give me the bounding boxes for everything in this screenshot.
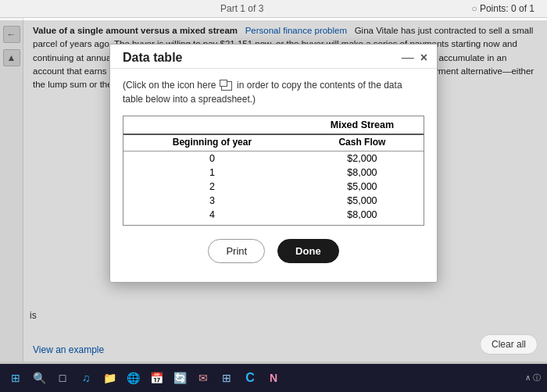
modal-title: Data table bbox=[123, 51, 182, 65]
data-table: Mixed Stream Beginning of year Cash Flow… bbox=[123, 116, 424, 225]
top-bar: Part 1 of 3 ○ Points: 0 of 1 bbox=[0, 0, 547, 18]
column-header-row: Beginning of year Cash Flow bbox=[123, 134, 424, 151]
year-cell: 1 bbox=[123, 166, 301, 180]
taskbar-notion-icon[interactable]: N bbox=[264, 369, 283, 387]
taskbar-files-icon[interactable]: 📁 bbox=[100, 369, 119, 387]
taskbar-taskview-icon[interactable]: □ bbox=[53, 369, 72, 387]
table-row: 0$2,000 bbox=[123, 151, 424, 166]
beginning-of-year-header: Beginning of year bbox=[123, 134, 301, 151]
year-cell: 2 bbox=[123, 180, 301, 194]
part-label: Part 1 of 3 bbox=[220, 3, 263, 14]
clear-all-button[interactable]: Clear all bbox=[480, 334, 538, 355]
table-row: 1$8,000 bbox=[123, 166, 424, 180]
cash-flow-cell: $8,000 bbox=[301, 166, 424, 180]
table-row: 3$5,000 bbox=[123, 194, 424, 208]
close-button[interactable]: × bbox=[420, 52, 427, 64]
modal-footer: Print Done bbox=[123, 228, 424, 269]
cash-flow-cell: $2,000 bbox=[301, 151, 424, 166]
mixed-stream-header: Mixed Stream bbox=[301, 116, 424, 134]
mixed-stream-header-row: Mixed Stream bbox=[123, 116, 424, 134]
modal-controls: — × bbox=[402, 52, 427, 64]
taskbar-refresh-icon[interactable]: 🔄 bbox=[170, 369, 189, 387]
modal-titlebar: Data table — × bbox=[110, 45, 437, 69]
empty-header bbox=[123, 116, 301, 134]
cash-flow-cell: $5,000 bbox=[301, 194, 424, 208]
data-table-modal: Data table — × (Click on the icon here i… bbox=[109, 44, 438, 283]
done-button[interactable]: Done bbox=[277, 239, 339, 263]
year-cell: 3 bbox=[123, 194, 301, 208]
cash-flow-cell: $5,000 bbox=[301, 180, 424, 194]
table-row: 4$8,000 bbox=[123, 208, 424, 225]
taskbar-calendar-icon[interactable]: 📅 bbox=[147, 369, 166, 387]
taskbar-edge-icon[interactable]: C bbox=[241, 369, 259, 387]
table-row: 2$5,000 bbox=[123, 180, 424, 194]
taskbar-music-icon[interactable]: ♫ bbox=[77, 369, 95, 387]
taskbar-windows-icon[interactable]: ⊞ bbox=[6, 369, 25, 387]
modal-overlay: Data table — × (Click on the icon here i… bbox=[0, 20, 547, 364]
print-button[interactable]: Print bbox=[208, 239, 265, 263]
modal-instruction: (Click on the icon here in order to copy… bbox=[123, 78, 424, 106]
data-table-wrapper: Mixed Stream Beginning of year Cash Flow… bbox=[123, 116, 424, 226]
taskbar-grid-icon[interactable]: ⊞ bbox=[217, 369, 236, 387]
taskbar-browser-icon[interactable]: 🌐 bbox=[123, 369, 142, 387]
cash-flow-header: Cash Flow bbox=[301, 134, 424, 151]
year-cell: 0 bbox=[123, 151, 301, 166]
minimize-button[interactable]: — bbox=[402, 52, 414, 64]
taskbar-email-icon[interactable]: ✉ bbox=[194, 369, 213, 387]
taskbar-time: ∧ ⓘ bbox=[525, 372, 541, 383]
taskbar-search-icon[interactable]: 🔍 bbox=[30, 369, 48, 387]
cash-flow-cell: $8,000 bbox=[301, 208, 424, 225]
modal-body: (Click on the icon here in order to copy… bbox=[110, 69, 437, 282]
taskbar: ⊞ 🔍 □ ♫ 📁 🌐 📅 🔄 ✉ ⊞ C N ∧ ⓘ bbox=[0, 364, 547, 392]
taskbar-right: ∧ ⓘ bbox=[525, 372, 541, 383]
year-cell: 4 bbox=[123, 208, 301, 225]
points-label: ○ Points: 0 of 1 bbox=[471, 3, 534, 14]
table-body: 0$2,0001$8,0002$5,0003$5,0004$8,000 bbox=[123, 151, 424, 226]
